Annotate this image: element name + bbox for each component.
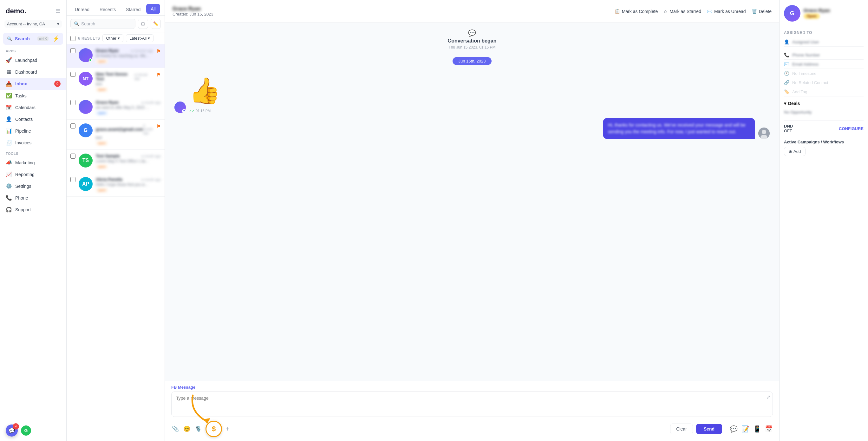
user-avatar[interactable]: G bbox=[21, 425, 31, 436]
tab-unread[interactable]: Unread bbox=[70, 4, 94, 15]
sidebar-item-dashboard[interactable]: ▦ Dashboard bbox=[0, 66, 66, 78]
date-divider: Jun 15th, 2023 bbox=[175, 55, 770, 67]
chevron-down-icon: ▾ bbox=[148, 36, 150, 40]
search-shortcut: ctrl K bbox=[37, 36, 49, 41]
conv-checkbox[interactable] bbox=[70, 153, 75, 159]
chevron-down-icon: ▾ bbox=[118, 36, 120, 40]
sidebar-item-inbox[interactable]: 📥 Inbox 0 bbox=[0, 78, 66, 90]
list-item[interactable]: TS Test Sample a month ago Lorem May 5 T… bbox=[67, 150, 164, 173]
unread-label: Mark as Unread bbox=[714, 9, 746, 14]
conv-preview: we want to offer May 5, 2023 lo... bbox=[96, 105, 150, 110]
clear-button[interactable]: Clear bbox=[670, 423, 693, 434]
tab-all[interactable]: All bbox=[146, 4, 160, 14]
other-filter-button[interactable]: Other ▾ bbox=[102, 34, 123, 42]
conv-body: Grace Ryan a month ago we want to offer … bbox=[96, 100, 161, 116]
account-selector-area[interactable]: Account -- Irvine, CA ▾ bbox=[0, 19, 66, 31]
assigned-to-section: ASSIGNED TO 👤 Assigned User bbox=[784, 30, 864, 47]
conv-tag: open bbox=[96, 164, 108, 169]
related-contact-value: No Related Contact bbox=[792, 80, 828, 85]
audio-button[interactable]: 🎙️ bbox=[194, 425, 202, 433]
sidebar-item-marketing[interactable]: 📣 Marketing bbox=[0, 157, 66, 169]
tab-recents[interactable]: Recents bbox=[95, 4, 120, 15]
agent-avatar bbox=[758, 127, 770, 139]
sidebar-item-support[interactable]: 🎧 Support bbox=[0, 204, 66, 215]
sidebar-item-reporting[interactable]: 📈 Reporting bbox=[0, 169, 66, 180]
campaigns-title: Active Campaigns / Workflows bbox=[784, 140, 864, 144]
sidebar-item-settings[interactable]: ⚙️ Settings bbox=[0, 180, 66, 192]
delete-label: Delete bbox=[759, 9, 772, 14]
expand-icon[interactable]: ⤢ bbox=[766, 394, 770, 400]
main-area: Unread Recents Starred All 🔍 Search ⊟ ✏️ bbox=[67, 0, 868, 441]
composer-channel-label: FB Message bbox=[171, 385, 773, 390]
composer-input-area: ⤢ bbox=[171, 391, 773, 418]
conv-search-input[interactable]: 🔍 Search bbox=[70, 19, 135, 29]
list-item[interactable]: G grace.avant@gmail.com a month ago test… bbox=[67, 120, 164, 150]
list-item[interactable]: Grace Ryan a month ago we want to offer … bbox=[67, 96, 164, 120]
conv-tag: open bbox=[96, 87, 108, 92]
search-placeholder: Search bbox=[81, 21, 95, 26]
more-options-button[interactable]: + bbox=[225, 425, 230, 433]
email-field: ✉️ Email Address bbox=[784, 60, 864, 69]
svg-point-1 bbox=[762, 130, 766, 134]
notifications-widget[interactable]: 💬 4 bbox=[6, 424, 18, 437]
add-label: Add bbox=[794, 149, 801, 154]
sidebar-item-pipeline[interactable]: 📊 Pipeline bbox=[0, 125, 66, 137]
mark-starred-button[interactable]: ☆ Mark as Starred bbox=[663, 9, 701, 14]
message-row: Hi, thanks for contacting us. We've rece… bbox=[175, 118, 770, 139]
account-dropdown[interactable]: Account -- Irvine, CA ▾ bbox=[4, 20, 62, 28]
filter-button[interactable]: ⊟ bbox=[138, 19, 148, 29]
conv-time: a month ago bbox=[142, 100, 161, 105]
system-event-sub: Thu Jun 15 2023, 01:15 PM bbox=[448, 45, 495, 50]
timezone-icon: 🕐 bbox=[784, 71, 790, 76]
add-campaign-button[interactable]: ⊕ Add bbox=[784, 147, 806, 156]
conv-checkbox[interactable] bbox=[70, 123, 75, 128]
user-initial: G bbox=[24, 428, 28, 433]
emoji-button[interactable]: 😊 bbox=[183, 425, 191, 433]
chat-icon-button[interactable]: 💬 bbox=[730, 425, 738, 433]
sidebar-item-contacts[interactable]: 👤 Contacts bbox=[0, 113, 66, 125]
tab-starred[interactable]: Starred bbox=[121, 4, 145, 15]
chevron-down-icon: ▾ bbox=[784, 101, 786, 106]
calendar-icon-button[interactable]: 📅 bbox=[765, 425, 773, 433]
list-item[interactable]: NT New Test Gonzo Test a minute ago test… bbox=[67, 68, 164, 96]
dollar-payment-button[interactable]: $ bbox=[206, 421, 222, 437]
conv-time: a month ago bbox=[142, 154, 161, 158]
right-contact: G Grace Ryan Open bbox=[784, 5, 864, 22]
mark-complete-button[interactable]: 📋 Mark as Complete bbox=[615, 9, 658, 14]
conv-checkbox[interactable] bbox=[70, 48, 75, 53]
conv-checkbox[interactable] bbox=[70, 72, 75, 77]
message-input[interactable] bbox=[171, 391, 773, 417]
sidebar-item-tasks[interactable]: ✅ Tasks bbox=[0, 90, 66, 101]
sort-filter-button[interactable]: Latest-All ▾ bbox=[126, 34, 154, 42]
sidebar-item-calendars[interactable]: 📅 Calendars bbox=[0, 101, 66, 113]
sidebar-logo-area: demo. ☰ bbox=[0, 0, 66, 19]
conv-checkbox[interactable] bbox=[70, 177, 75, 182]
compose-button[interactable]: ✏️ bbox=[151, 19, 161, 29]
select-all-checkbox[interactable] bbox=[70, 36, 75, 41]
sidebar-item-phone[interactable]: 📞 Phone bbox=[0, 192, 66, 204]
sidebar-item-invoices[interactable]: 🧾 Invoices bbox=[0, 137, 66, 148]
note-icon-button[interactable]: 📝 bbox=[741, 425, 749, 433]
avatar: TS bbox=[79, 153, 93, 168]
sidebar-search-button[interactable]: 🔍 Search ctrl K ⚡ bbox=[3, 33, 63, 45]
send-button[interactable]: Send bbox=[696, 424, 722, 434]
conv-checkbox[interactable] bbox=[70, 100, 75, 105]
mark-unread-button[interactable]: ✉️ Mark as Unread bbox=[707, 9, 746, 14]
message-bubble-incoming: 👍 ✓✓ 01:15 PM bbox=[189, 72, 221, 113]
conv-body: grace.avant@gmail.com a month ago test o… bbox=[96, 123, 153, 146]
chat-actions: 📋 Mark as Complete ☆ Mark as Starred ✉️ … bbox=[615, 9, 772, 14]
dnd-label: DND bbox=[784, 124, 793, 128]
sms-icon-button[interactable]: 📱 bbox=[753, 425, 761, 433]
system-event-title: Conversation began bbox=[448, 38, 497, 44]
composer-toolbar: 📎 😊 🎙️ $ + bbox=[171, 421, 773, 437]
tag-field[interactable]: 🏷️ Add Tag bbox=[784, 87, 864, 96]
contact-avatar: G bbox=[784, 5, 801, 22]
sidebar-item-launchpad[interactable]: 🚀 Launchpad bbox=[0, 54, 66, 66]
list-item[interactable]: AP Alicia Panella a month ago Hello I ho… bbox=[67, 173, 164, 197]
dnd-configure-button[interactable]: CONFIGURE bbox=[839, 126, 864, 131]
delete-button[interactable]: 🗑️ Delete bbox=[752, 9, 772, 14]
list-item[interactable]: Grace Ryan a moment ago Hi thanks for re… bbox=[67, 45, 164, 68]
starred-label: Mark as Starred bbox=[670, 9, 701, 14]
attachment-button[interactable]: 📎 bbox=[171, 425, 180, 433]
sidebar-menu-icon[interactable]: ☰ bbox=[56, 8, 61, 14]
